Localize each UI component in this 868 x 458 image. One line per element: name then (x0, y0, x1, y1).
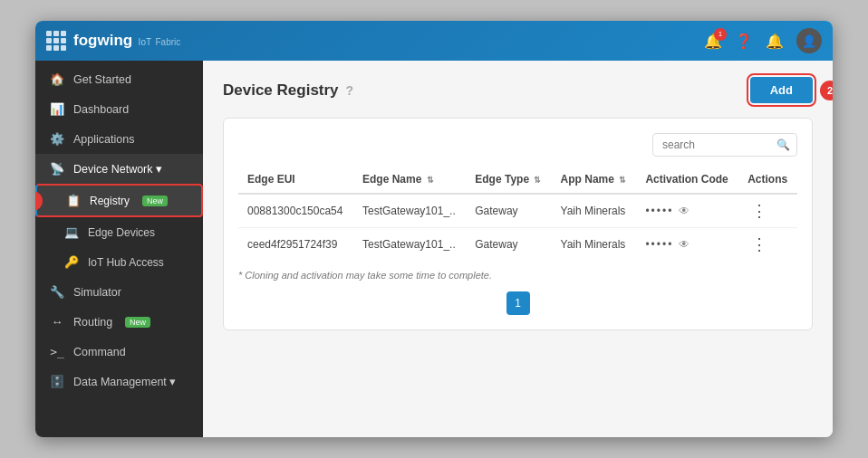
sidebar-item-get-started[interactable]: 🏠 Get Started (35, 64, 203, 94)
simulator-icon: 🔧 (50, 285, 64, 299)
header-btn-area: Add 2 (750, 77, 813, 103)
sidebar-item-registry[interactable]: 📋 Registry New (35, 184, 203, 217)
main-layout: 🏠 Get Started 📊 Dashboard ⚙️ Application… (35, 61, 833, 437)
col-activation-code: Activation Code (636, 167, 738, 194)
cell-edge-eui-1: 00881300c150ca54 (238, 194, 353, 228)
command-icon: >_ (50, 345, 64, 358)
reveal-activation-1-icon[interactable]: 👁 (679, 205, 690, 217)
app-name-sort-icon[interactable]: ⇅ (619, 176, 626, 185)
table-row: ceed4f2951724f39 TestGateway101_.. Gatew… (238, 228, 797, 262)
cell-edge-type-2: Gateway (466, 228, 551, 262)
routing-new-badge: New (125, 317, 150, 328)
title-help-icon[interactable]: ? (346, 83, 354, 98)
cell-edge-eui-2: ceed4f2951724f39 (238, 228, 353, 262)
main-content: Device Registry ? Add 2 🔍 (203, 61, 833, 437)
bell-icon[interactable]: 🔔 (766, 33, 784, 50)
help-icon[interactable]: ❓ (735, 33, 753, 50)
device-network-icon: 📡 (50, 162, 64, 176)
edge-type-sort-icon[interactable]: ⇅ (534, 176, 541, 185)
col-actions: Actions (738, 167, 797, 194)
sidebar-item-simulator[interactable]: 🔧 Simulator (35, 277, 203, 307)
cell-actions-2: ⋮ (738, 228, 797, 262)
footnote: * Cloning and activation may take some t… (238, 270, 797, 281)
sidebar-item-command[interactable]: >_ Command (35, 337, 203, 367)
col-edge-type: Edge Type ⇅ (466, 167, 551, 194)
col-edge-name: Edge Name ⇅ (353, 167, 466, 194)
notifications-icon[interactable]: 🔔 1 (704, 33, 722, 50)
pagination: 1 (238, 291, 797, 315)
routing-icon: ↔️ (50, 315, 64, 329)
col-edge-eui: Edge EUI (238, 167, 353, 194)
sidebar-item-routing[interactable]: ↔️ Routing New (35, 307, 203, 337)
edge-name-sort-icon[interactable]: ⇅ (427, 176, 434, 185)
sidebar-item-applications[interactable]: ⚙️ Applications (35, 124, 203, 154)
cell-edge-name-2: TestGateway101_.. (353, 228, 466, 262)
applications-icon: ⚙️ (50, 132, 64, 146)
logo-area: fogwing IoT Fabric (46, 31, 180, 51)
row-1-actions-button[interactable]: ⋮ (747, 203, 771, 219)
sidebar: 🏠 Get Started 📊 Dashboard ⚙️ Application… (35, 61, 203, 437)
cell-activation-2: ••••• 👁 (636, 228, 738, 262)
sidebar-item-dashboard[interactable]: 📊 Dashboard (35, 94, 203, 124)
logo-text: fogwing IoT Fabric (73, 32, 180, 50)
col-app-name: App Name ⇅ (552, 167, 637, 194)
search-input[interactable] (652, 133, 797, 157)
reveal-activation-2-icon[interactable]: 👁 (679, 238, 690, 251)
cell-edge-type-1: Gateway (466, 194, 551, 228)
annotation-2-badge: 2 (820, 81, 833, 100)
cell-app-name-1: Yaih Minerals (552, 194, 637, 228)
sidebar-item-iot-hub[interactable]: 🔑 IoT Hub Access (35, 247, 203, 277)
add-button[interactable]: Add (750, 77, 813, 103)
table-container: 🔍 Edge EUI Edge Name ⇅ (223, 118, 813, 330)
user-avatar[interactable]: 👤 (796, 28, 822, 53)
cell-activation-1: ••••• 👁 (636, 194, 738, 228)
page-title: Device Registry (223, 81, 339, 100)
registry-new-badge: New (142, 196, 168, 206)
device-table: Edge EUI Edge Name ⇅ Edge Type ⇅ (238, 167, 797, 261)
registry-row: 1 📋 Registry New (35, 184, 203, 217)
page-title-area: Device Registry ? (223, 81, 353, 100)
row-2-actions-button[interactable]: ⋮ (747, 236, 771, 253)
page-1-button[interactable]: 1 (506, 291, 530, 315)
annotation-1-badge: 1 (35, 191, 43, 211)
app-window: fogwing IoT Fabric 🔔 1 ❓ 🔔 👤 🏠 Get Start… (35, 21, 833, 437)
logo-dots (46, 31, 66, 51)
table-row: 00881300c150ca54 TestGateway101_.. Gatew… (238, 194, 797, 228)
registry-icon: 📋 (66, 194, 81, 207)
data-management-icon: 🗄️ (50, 375, 64, 388)
table-header-row: Edge EUI Edge Name ⇅ Edge Type ⇅ (238, 167, 797, 194)
app-header: fogwing IoT Fabric 🔔 1 ❓ 🔔 👤 (35, 21, 833, 61)
notifications-badge: 1 (714, 28, 727, 41)
sidebar-item-device-network[interactable]: 📡 Device Network ▾ (35, 154, 203, 184)
header-actions: 🔔 1 ❓ 🔔 👤 (704, 28, 822, 53)
content-header: Device Registry ? Add 2 (223, 77, 813, 103)
search-icon[interactable]: 🔍 (776, 138, 790, 151)
sidebar-item-edge-devices[interactable]: 💻 Edge Devices (35, 217, 203, 247)
dashboard-icon: 📊 (50, 102, 64, 116)
get-started-icon: 🏠 (50, 72, 64, 86)
edge-devices-icon: 💻 (64, 225, 79, 239)
iot-hub-icon: 🔑 (64, 255, 79, 269)
search-wrap: 🔍 (652, 133, 797, 157)
cell-edge-name-1: TestGateway101_.. (353, 194, 466, 228)
cell-actions-1: ⋮ (738, 194, 797, 228)
sidebar-item-data-management[interactable]: 🗄️ Data Management ▾ (35, 367, 203, 396)
search-row: 🔍 (238, 133, 797, 157)
cell-app-name-2: Yaih Minerals (552, 228, 637, 262)
